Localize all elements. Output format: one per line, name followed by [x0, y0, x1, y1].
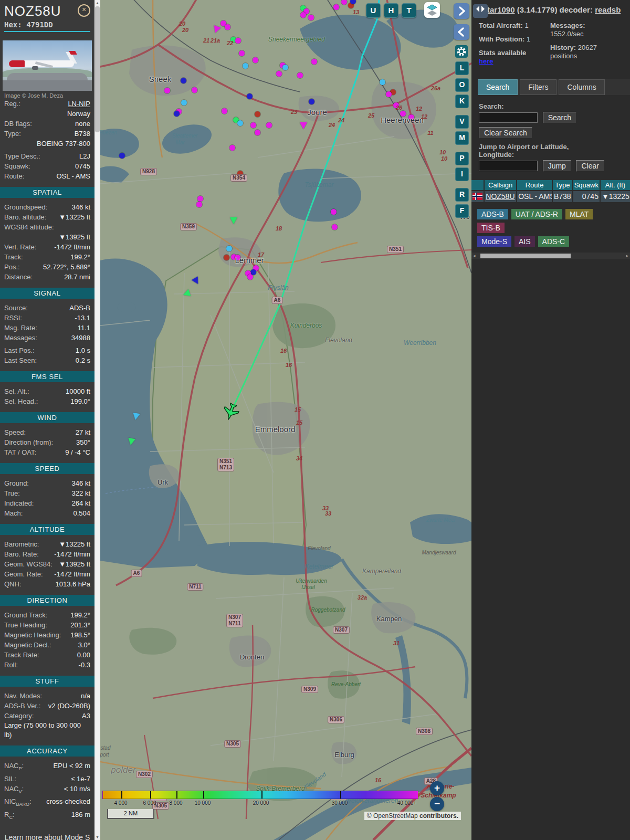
map-button-l[interactable]: L	[455, 61, 469, 75]
aircraft-dot[interactable]	[311, 59, 317, 65]
map-button-r[interactable]: R	[455, 188, 469, 202]
aircraft-dot[interactable]	[235, 255, 240, 260]
aircraft-dot[interactable]	[253, 57, 258, 63]
scroll-left-icon[interactable]: ◂	[473, 253, 476, 259]
tab-search[interactable]: Search	[478, 79, 518, 95]
aircraft-dot[interactable]	[309, 99, 314, 104]
aircraft-dot[interactable]	[224, 255, 229, 260]
scrollbar-thumb[interactable]	[95, 6, 100, 132]
column-header-flag[interactable]	[471, 180, 484, 190]
source-badge-tis-b[interactable]: TIS-B	[477, 223, 505, 233]
column-header-Type[interactable]: Type	[553, 180, 572, 190]
aircraft-dot[interactable]	[250, 122, 256, 128]
source-badge-ais[interactable]: AIS	[514, 236, 535, 247]
aircraft-photo[interactable]	[3, 40, 92, 91]
source-badge-uat-ads-r[interactable]: UAT / ADS-R	[511, 209, 562, 219]
callsign-cell[interactable]: NOZ58U	[485, 191, 516, 202]
scroll-up-icon[interactable]: ▲	[94, 1, 100, 5]
map-button-h[interactable]: H	[384, 3, 398, 18]
table-row[interactable]: NOZ58U OSL - AMS B738 0745 ▼13225	[471, 190, 630, 202]
jump-clear-button[interactable]: Clear	[576, 160, 604, 172]
column-header-Route[interactable]: Route	[517, 180, 552, 190]
aircraft-dot[interactable]	[229, 145, 235, 151]
aircraft-dot[interactable]	[255, 111, 260, 117]
aircraft-dot[interactable]	[300, 12, 306, 18]
aircraft-dot[interactable]	[282, 65, 288, 70]
close-icon[interactable]: ×	[78, 4, 90, 17]
aircraft-dot[interactable]	[192, 87, 197, 93]
aircraft-dot[interactable]	[174, 111, 180, 117]
source-badge-mode-s[interactable]: Mode-S	[477, 236, 511, 247]
tab-filters[interactable]: Filters	[520, 79, 556, 95]
tar1090-link[interactable]: tar1090	[487, 5, 515, 14]
aircraft-dot[interactable]	[197, 196, 203, 202]
aircraft-dot[interactable]	[235, 38, 241, 44]
settings-button[interactable]	[455, 45, 468, 58]
selected-aircraft-icon[interactable]	[219, 400, 243, 423]
map-button-f[interactable]: F	[455, 204, 469, 218]
map-button-u[interactable]: U	[366, 3, 381, 18]
aircraft-dot[interactable]	[226, 246, 232, 251]
aircraft-dot[interactable]	[119, 153, 125, 159]
aircraft-dot[interactable]	[196, 202, 202, 207]
hscroll-thumb[interactable]	[480, 254, 571, 258]
aircraft-dot[interactable]	[333, 4, 339, 10]
jump-input[interactable]	[479, 161, 538, 171]
column-header-Squawk[interactable]: Squawk	[573, 180, 600, 190]
aircraft-dot[interactable]	[181, 100, 187, 106]
column-header-Callsign[interactable]: Callsign	[485, 180, 516, 190]
aircraft-arrow-marker[interactable]	[132, 413, 140, 421]
aircraft-dot[interactable]	[380, 79, 385, 85]
tab-columns[interactable]: Columns	[559, 79, 604, 95]
scroll-down-icon[interactable]: ▼	[94, 835, 100, 839]
panel-collapse-button[interactable]	[454, 24, 469, 40]
zoom-in-button[interactable]: +	[430, 781, 444, 795]
map-button-m[interactable]: M	[455, 131, 469, 145]
search-button[interactable]: Search	[543, 112, 576, 123]
aircraft-arrow-marker[interactable]	[230, 217, 237, 224]
panel-expand-button[interactable]	[454, 3, 469, 19]
aircraft-dot[interactable]	[181, 78, 186, 83]
aircraft-dot[interactable]	[266, 122, 272, 128]
map-button-k[interactable]: K	[455, 94, 469, 108]
map-button-o[interactable]: O	[455, 78, 469, 92]
map-canvas[interactable]: SneekJoureHeerenveenLemmerEmmeloordUrkDr…	[100, 0, 471, 840]
source-badge-ads-c[interactable]: ADS-C	[538, 236, 570, 247]
sidebar-scrollbar[interactable]: ▲ ▼	[94, 0, 100, 840]
aircraft-dot[interactable]	[222, 108, 227, 114]
readsb-link[interactable]: readsb	[595, 5, 621, 14]
panel-width-toggle[interactable]	[473, 4, 488, 18]
aircraft-dot[interactable]	[247, 274, 253, 280]
aircraft-dot[interactable]	[408, 114, 414, 120]
aircraft-arrow-marker[interactable]	[300, 122, 307, 129]
map-button-t[interactable]: T	[402, 3, 416, 18]
aircraft-dot[interactable]	[243, 63, 248, 69]
aircraft-dot[interactable]	[400, 111, 406, 117]
aircraft-dot[interactable]	[225, 24, 230, 30]
aircraft-dot[interactable]	[386, 91, 392, 97]
search-input[interactable]	[479, 112, 538, 123]
aircraft-dot[interactable]	[276, 71, 282, 77]
table-header-row[interactable]: CallsignRouteTypeSquawkAlt. (ft)	[471, 180, 630, 190]
source-badge-ads-b[interactable]: ADS-B	[477, 209, 508, 219]
aircraft-dot[interactable]	[247, 93, 253, 99]
osm-link[interactable]: © OpenStreetMap	[367, 812, 419, 820]
jump-button[interactable]: Jump	[543, 160, 571, 172]
source-badge-mlat[interactable]: MLAT	[565, 209, 593, 219]
map-button-i[interactable]: I	[455, 167, 469, 181]
zoom-out-button[interactable]: −	[430, 797, 444, 811]
aircraft-dot[interactable]	[255, 130, 260, 135]
aircraft-arrow-marker[interactable]	[127, 438, 135, 446]
aircraft-dot[interactable]	[331, 209, 337, 215]
column-header-Alt. (ft)[interactable]: Alt. (ft)	[601, 180, 630, 190]
table-horizontal-scrollbar[interactable]: ◂ ▸	[471, 253, 630, 259]
aircraft-dot[interactable]	[239, 50, 245, 56]
scroll-right-icon[interactable]: ▸	[626, 253, 628, 259]
aircraft-dot[interactable]	[237, 120, 243, 126]
aircraft-dot[interactable]	[164, 88, 170, 93]
aircraft-dot[interactable]	[297, 72, 303, 78]
aircraft-dot[interactable]	[308, 15, 314, 20]
stats-here-link[interactable]: here	[479, 57, 493, 65]
map-button-p[interactable]: P	[455, 152, 469, 165]
layers-button[interactable]	[424, 2, 440, 18]
